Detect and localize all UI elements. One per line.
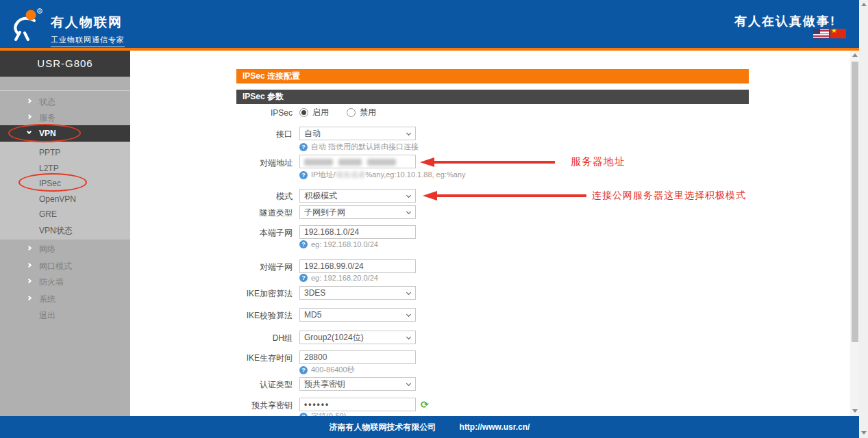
device-name: USR-G806 (0, 51, 130, 77)
brand-tagline: 工业物联网通信专家 (51, 35, 125, 47)
local-subnet-hint: ? eg: 192.168.10.0/24 (299, 240, 378, 248)
peer-address-label: 对端地址 (130, 157, 293, 169)
sidebar-item-vpn[interactable]: VPN (0, 128, 130, 140)
select-chevron-icon (406, 209, 411, 214)
sidebar-item-logout[interactable]: 退出 (0, 309, 130, 321)
scroll-down-icon[interactable] (861, 431, 867, 435)
auth-type-select[interactable]: 预共享密钥 (299, 377, 416, 391)
page-title: IPSec 连接配置 (236, 69, 749, 83)
radio-disable-label: 禁用 (360, 107, 376, 118)
footer-url-link[interactable]: http://www.usr.cn/ (460, 422, 530, 432)
page: R 有人物联网 工业物联网通信专家 有人在认真做事! ★ USR-G806 状态… (0, 0, 868, 438)
footer: 济南有人物联网技术有限公司 http://www.usr.cn/ (0, 416, 859, 438)
select-chevron-icon (406, 381, 411, 386)
peer-subnet-input[interactable]: 192.168.99.0/24 (299, 259, 416, 273)
ike-encryption-label: IKE加密算法 (130, 288, 293, 300)
usr-logo-icon: R (10, 8, 44, 42)
peer-subnet-hint: ? eg: 192.168.20.0/24 (299, 274, 378, 282)
ike-encryption-select[interactable]: 3DES (299, 286, 416, 300)
radio-enable[interactable] (299, 108, 308, 117)
section-title: IPSec 参数 (236, 90, 749, 104)
us-flag-icon[interactable] (813, 29, 829, 38)
sidebar-item-system[interactable]: 系统 (0, 293, 130, 305)
tunnel-type-select[interactable]: 子网到子网 (299, 205, 416, 219)
cn-flag-icon[interactable]: ★ (830, 29, 846, 38)
chevron-right-icon (27, 114, 32, 119)
local-subnet-input[interactable]: 192.168.1.0/24 (299, 225, 416, 239)
header-slogan: 有人在认真做事! (734, 13, 836, 29)
annotation-server-address: 服务器地址 (571, 155, 625, 168)
scrollbar-thumb[interactable] (852, 62, 858, 342)
annotation-aggressive-mode: 连接公网服务器这里选择积极模式 (592, 190, 746, 202)
sidebar-item-port-mode[interactable]: 网口模式 (0, 260, 130, 272)
help-icon: ? (299, 143, 308, 151)
interface-label: 接口 (130, 129, 293, 140)
chevron-right-icon (27, 296, 32, 300)
tunnel-type-label: 隧道类型 (130, 207, 293, 219)
help-icon: ? (299, 366, 308, 374)
sidebar-item-gre[interactable]: GRE (0, 209, 130, 220)
ike-lifetime-hint: ? 400-86400秒 (299, 365, 355, 375)
chevron-down-icon (27, 129, 32, 134)
chevron-right-icon (27, 279, 32, 283)
scroll-down-icon[interactable] (852, 409, 858, 413)
help-icon: ? (299, 240, 308, 248)
scroll-up-icon[interactable] (861, 3, 867, 6)
psk-input[interactable]: •••••• (299, 398, 416, 411)
help-icon: ? (299, 171, 308, 179)
ike-auth-label: IKE校验算法 (130, 310, 293, 322)
help-icon: ? (299, 274, 308, 282)
ipsec-label: IPSec (130, 108, 293, 118)
dh-group-select[interactable]: Group2(1024位) (299, 331, 416, 344)
sidebar-item-openvpn[interactable]: OpenVPN (0, 194, 130, 205)
peer-subnet-label: 对端子网 (130, 261, 293, 273)
peer-address-input[interactable] (299, 155, 416, 168)
sidebar-item-pptp[interactable]: PPTP (0, 147, 130, 159)
chevron-right-icon (27, 263, 32, 268)
scroll-up-icon[interactable] (852, 53, 858, 57)
dh-group-label: DH组 (130, 333, 293, 344)
sidebar-separator (0, 90, 130, 91)
window-scrollbar[interactable] (859, 0, 868, 438)
ike-auth-select[interactable]: MD5 (299, 308, 416, 322)
local-subnet-label: 本端子网 (130, 227, 293, 239)
svg-text:R: R (38, 9, 41, 13)
brand-block: 有人物联网 工业物联网通信专家 (51, 14, 125, 47)
sidebar-item-services[interactable]: 服务 (0, 112, 130, 123)
ipsec-enable-radiogroup: 启用 禁用 (299, 107, 376, 118)
sidebar-item-l2tp[interactable]: L2TP (0, 163, 130, 175)
sidebar-item-network[interactable]: 网络 (0, 243, 130, 255)
sidebar: USR-G806 状态 服务 VPN PPTP L2TP IPSec OpenV… (0, 51, 130, 416)
mode-label: 模式 (130, 191, 293, 203)
brand-title: 有人物联网 (51, 14, 125, 31)
footer-company: 济南有人物联网技术有限公司 (330, 422, 436, 433)
ike-lifetime-input[interactable]: 28800 (299, 350, 416, 364)
peer-address-hint: ? IP地址/域名或者%any,eg:10.10.1.88, eg:%any (299, 170, 465, 180)
interface-select[interactable]: 自动 (299, 127, 416, 140)
chevron-right-icon (27, 246, 32, 250)
red-arrow-annotation (420, 157, 555, 167)
radio-disable[interactable] (347, 108, 356, 117)
top-header: R 有人物联网 工业物联网通信专家 有人在认真做事! ★ (0, 0, 859, 48)
select-chevron-icon (406, 335, 411, 339)
content-scrollbar[interactable] (850, 51, 859, 416)
mode-select[interactable]: 积极模式 (299, 189, 416, 203)
sidebar-item-status[interactable]: 状态 (0, 96, 130, 107)
ike-lifetime-label: IKE生存时间 (130, 352, 293, 364)
radio-enable-label: 启用 (312, 107, 329, 118)
select-chevron-icon (406, 193, 411, 198)
psk-label: 预共享密钥 (130, 400, 293, 411)
sidebar-item-ipsec[interactable]: IPSec (0, 178, 130, 190)
language-switcher: ★ (813, 29, 846, 38)
sidebar-item-vpn-status[interactable]: VPN状态 (0, 224, 130, 236)
select-chevron-icon (406, 312, 411, 317)
auth-type-label: 认证类型 (130, 379, 293, 391)
interface-hint: ? 自动 指使用的默认路由接口连接 (299, 142, 419, 152)
chevron-right-icon (27, 99, 32, 103)
redacted-value (304, 159, 396, 166)
refresh-key-icon[interactable]: ⟳ (421, 400, 430, 409)
select-chevron-icon (406, 290, 411, 295)
red-arrow-annotation (423, 191, 586, 201)
select-chevron-icon (406, 131, 411, 136)
sidebar-item-firewall[interactable]: 防火墙 (0, 276, 130, 287)
